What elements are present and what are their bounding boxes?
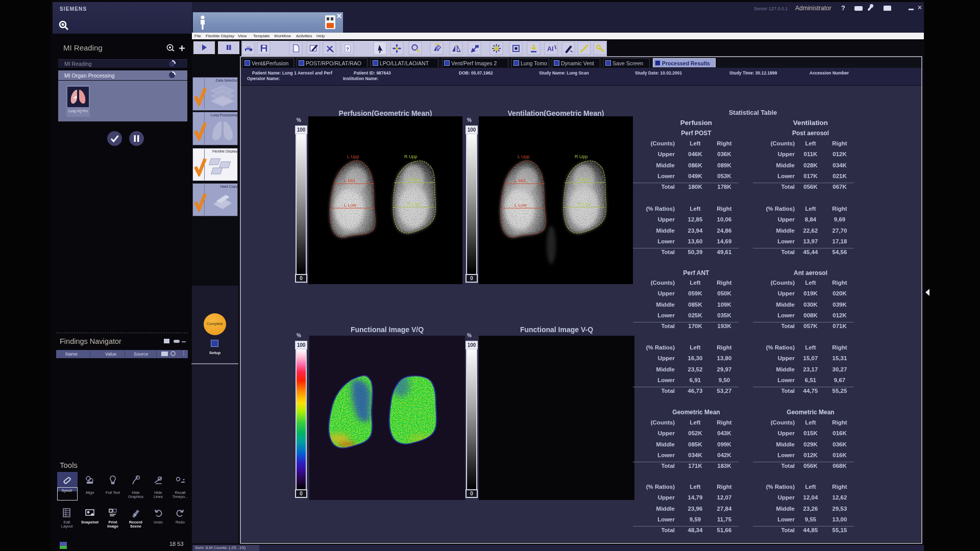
svg-text:?: ? [346,46,349,52]
svg-text:R Low: R Low [407,202,421,207]
svg-text:R Low: R Low [578,202,591,207]
svg-text:R Mid: R Mid [407,177,420,182]
svg-text:R Upp: R Upp [575,154,588,159]
svg-text:AI: AI [547,45,554,53]
svg-text:L Mid: L Mid [344,178,355,183]
svg-text:L Low: L Low [344,203,356,208]
svg-text:L Low: L Low [514,203,527,208]
svg-text:R Mid: R Mid [578,177,590,182]
svg-text:L Mid: L Mid [514,178,526,183]
svg-text:L Upp: L Upp [518,154,530,159]
svg-text:R Upp: R Upp [404,154,418,159]
svg-text:L Upp: L Upp [347,154,359,159]
